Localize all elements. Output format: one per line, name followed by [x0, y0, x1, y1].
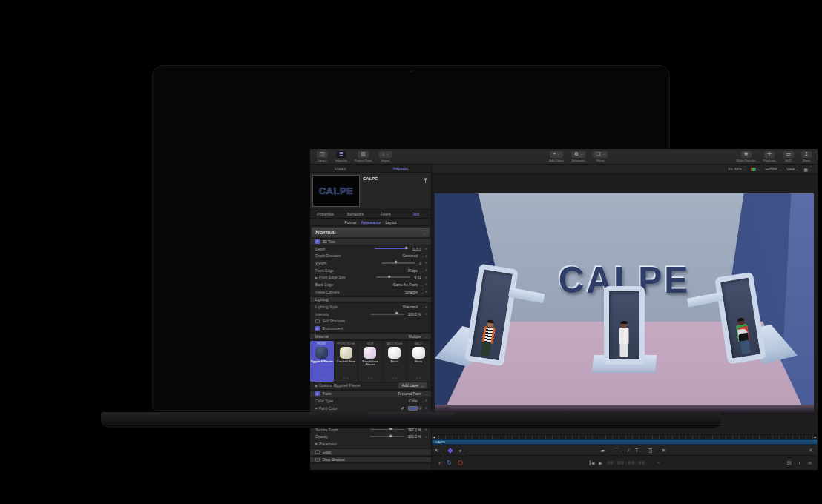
channel-control[interactable]: ⌄	[751, 168, 760, 171]
checkbox[interactable]	[315, 450, 320, 454]
param-select[interactable]: Same As Front⌃⌄	[393, 282, 424, 287]
param-row-depth-direction[interactable]: Depth DirectionCentered⌃⌄	[310, 252, 431, 259]
previous-frame-button[interactable]: ◀	[590, 460, 595, 465]
checkbox[interactable]	[315, 319, 320, 324]
keyframe-indicator[interactable]	[425, 306, 427, 308]
add-layer-button[interactable]: Add Layer⌄	[398, 382, 427, 388]
link-icon[interactable]: ∞	[808, 460, 812, 465]
slider-thumb[interactable]	[394, 261, 398, 265]
param-slider[interactable]	[370, 429, 404, 431]
link-icon[interactable]: ⊂⊃	[319, 377, 324, 380]
param-row-inside-corners[interactable]: Inside CornersStraight⌃⌄	[310, 288, 431, 296]
material-swatch-front[interactable]: FRONTEggshell Plaster⊂⊃	[310, 341, 335, 382]
transform-3d-tool[interactable]	[448, 448, 453, 453]
param-value[interactable]: 100.0 %	[408, 312, 421, 316]
pan-tool[interactable]: ●⌄	[458, 448, 465, 453]
keyframe-indicator[interactable]	[425, 436, 427, 438]
material-swatch-front-edge[interactable]: FRONT EDGECracked Paint⊂⊃	[335, 341, 359, 382]
param-row-drop-shadow[interactable]: Drop Shadow	[310, 457, 431, 464]
keyframe-indicator[interactable]	[425, 313, 427, 315]
keyframe-indicator[interactable]	[425, 255, 427, 257]
param-row-glow[interactable]: Glow	[310, 448, 431, 456]
toolbar-button-replicate[interactable]: ✛Replicate	[760, 149, 780, 164]
param-row-weight[interactable]: Weight0	[310, 259, 431, 267]
paint-color-swatch[interactable]	[408, 406, 418, 411]
param-select[interactable]: Ridge⌃⌄	[408, 268, 424, 273]
line-tool[interactable]: ∕	[628, 448, 629, 453]
timecode-menu-icon[interactable]: ⌄	[650, 461, 652, 465]
toolbar-button-hud[interactable]: ▭HUD	[780, 149, 798, 164]
project-video-frame[interactable]: CALPE	[435, 193, 814, 414]
param-select[interactable]: Centered⌃⌄	[402, 253, 424, 258]
eyedropper-icon[interactable]: ✐	[401, 405, 405, 411]
subtab-format[interactable]: Format	[345, 220, 357, 225]
param-select[interactable]: Straight⌃⌄	[405, 290, 424, 294]
param-row-opacity[interactable]: Opacity100.0 %	[310, 433, 431, 440]
keyframe-indicator[interactable]	[425, 428, 427, 431]
bezier-tool[interactable]: ⌒⌄	[614, 447, 622, 454]
param-row-self-shadows[interactable]: Self Shadows	[310, 318, 431, 325]
canvas-area[interactable]: CALPE	[432, 174, 818, 434]
tab-properties[interactable]: Properties	[310, 210, 341, 218]
param-row-depth[interactable]: Depth113.0	[310, 245, 431, 253]
zoom-level-control[interactable]: Fit: 68% ⌃⌄	[729, 167, 746, 171]
view-menu[interactable]: View ⌄	[786, 167, 798, 171]
param-row-color-type[interactable]: Color TypeColor⌃⌄	[310, 397, 431, 405]
project-pane-toggle-icon[interactable]: ⊟	[787, 460, 792, 466]
param-row-back-edge[interactable]: Back EdgeSame As Front⌃⌄	[310, 281, 431, 288]
keyframe-indicator[interactable]	[425, 248, 427, 250]
slider-thumb[interactable]	[404, 246, 408, 250]
param-select[interactable]: Multiple⌃⌄	[409, 334, 427, 339]
toolbar-button-add-object[interactable]: +⌄Add Object	[545, 149, 568, 164]
material-swatch-side[interactable]: SIDEKnockdown Plaster⊂⊃	[358, 341, 383, 382]
param-value[interactable]: 4.61	[414, 275, 421, 279]
text-tool[interactable]: T⌄	[635, 448, 642, 453]
layer-thumbnail[interactable]: CALPE	[312, 175, 360, 207]
param-row-options[interactable]: ▶Options: Eggshell PlasterAdd Layer⌄	[310, 382, 431, 390]
param-value[interactable]: 0	[419, 261, 421, 265]
link-icon[interactable]: ⊂⊃	[368, 377, 373, 380]
panel-tab-library[interactable]: Library	[310, 165, 371, 172]
loop-playback-icon[interactable]: ↻	[447, 460, 452, 466]
param-row-3d-text[interactable]: ✓3D Text	[310, 238, 431, 245]
param-row-material[interactable]: MaterialMultiple⌃⌄	[310, 333, 431, 340]
param-row-environment[interactable]: ✓Environment	[310, 325, 431, 332]
toolbar-button-inspector[interactable]: ☰Inspector	[332, 149, 351, 164]
subtab-appearance[interactable]: Appearance	[361, 220, 381, 225]
link-icon[interactable]: ⊂⊃	[392, 377, 397, 380]
param-row-front-edge-size[interactable]: ▶Front Edge Size4.61	[310, 273, 431, 281]
color-menu-icon[interactable]: ⌄	[418, 406, 422, 410]
link-icon[interactable]: ⊂⊃	[343, 377, 349, 380]
toolbar-button-import[interactable]: ↓⌄Import	[375, 149, 395, 164]
timeline-clip[interactable]: CALPE	[432, 439, 818, 445]
tab-behaviors[interactable]: Behaviors	[341, 210, 371, 218]
param-row-placement[interactable]: ▶Placement	[310, 440, 431, 448]
toolbar-button-library[interactable]: ◫Library	[313, 149, 332, 164]
toolbar-button-make-particles[interactable]: ❋Make Particles	[733, 149, 760, 164]
adjust-item-tool[interactable]: ✕	[662, 448, 666, 454]
mask-tool[interactable]: ◫⌄	[648, 448, 656, 454]
keyframe-indicator[interactable]	[425, 269, 427, 271]
subtab-layout[interactable]: Layout	[385, 220, 396, 225]
param-row-front-edge[interactable]: Front EdgeRidge⌃⌄	[310, 267, 431, 274]
slider-thumb[interactable]	[387, 275, 391, 279]
param-slider[interactable]	[381, 262, 415, 264]
keyframe-indicator[interactable]	[425, 291, 427, 293]
timecode-display[interactable]: 00:00:00:00	[607, 460, 645, 466]
param-select[interactable]: Standard⌃⌄	[403, 305, 424, 309]
param-select[interactable]: Color⌃⌄	[409, 399, 424, 403]
keyframe-indicator[interactable]	[425, 276, 427, 279]
toolbar-button-filters[interactable]: ❏⌄Filters	[589, 149, 611, 164]
param-value[interactable]: 113.0	[412, 247, 421, 251]
slider-thumb[interactable]	[395, 311, 398, 315]
param-row-paint[interactable]: ✓PaintTextured Paint⌃⌄	[310, 390, 431, 397]
keyframe-indicator[interactable]	[425, 283, 427, 285]
frame-clock-icon[interactable]: ◔	[657, 460, 660, 465]
slider-thumb[interactable]	[389, 434, 393, 438]
param-slider[interactable]	[370, 314, 404, 315]
shape-tool[interactable]: ▰⌄	[601, 448, 608, 454]
material-swatch-back[interactable]: BACKBasic⊂⊃	[407, 341, 431, 382]
param-select[interactable]: Textured Paint⌃⌄	[398, 391, 427, 396]
record-icon[interactable]	[458, 460, 463, 465]
pin-icon[interactable]	[423, 175, 429, 207]
